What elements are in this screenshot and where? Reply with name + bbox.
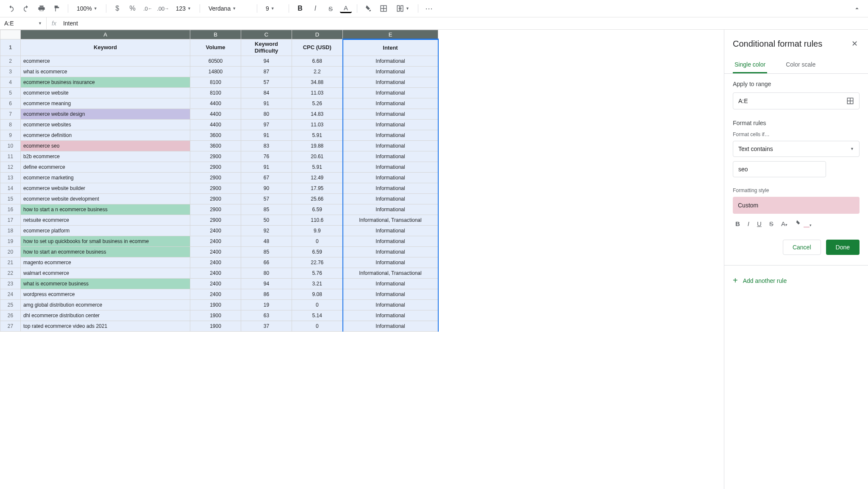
cell-cpc[interactable]: 6.59 [292, 247, 343, 257]
cell-volume[interactable]: 2400 [190, 247, 241, 257]
row-header[interactable]: 6 [0, 98, 21, 109]
cell-intent[interactable]: Informational [343, 162, 438, 173]
cell-keyword[interactable]: how to set up quickbooks for small busin… [21, 236, 190, 247]
cell-keyword[interactable]: magento ecommerce [21, 257, 190, 268]
cell-keyword[interactable]: dhl ecommerce distribution center [21, 310, 190, 321]
cell-cpc[interactable]: 17.95 [292, 183, 343, 194]
decrease-decimal-button[interactable]: .0← [142, 3, 154, 14]
cell-cpc[interactable]: 6.59 [292, 204, 343, 215]
close-panel-button[interactable]: ✕ [850, 37, 860, 50]
row-header[interactable]: 22 [0, 268, 21, 279]
tab-single-color[interactable]: Single color [733, 57, 767, 73]
header-keyword[interactable]: Keyword [21, 39, 190, 56]
row-header[interactable]: 24 [0, 289, 21, 300]
cell-cpc[interactable]: 25.66 [292, 194, 343, 204]
row-header[interactable]: 19 [0, 236, 21, 247]
header-intent[interactable]: Intent [343, 39, 438, 56]
more-formats-select[interactable]: 123 ▼ [172, 3, 195, 14]
cell-volume[interactable]: 3600 [190, 130, 241, 141]
add-another-rule-button[interactable]: + Add another rule [724, 269, 868, 292]
more-button[interactable]: ⋯ [423, 3, 435, 14]
cell-keyword[interactable]: define ecommerce [21, 162, 190, 173]
cell-difficulty[interactable]: 76 [241, 151, 292, 162]
cell-cpc[interactable]: 5.91 [292, 130, 343, 141]
row-header[interactable]: 11 [0, 151, 21, 162]
cell-difficulty[interactable]: 86 [241, 289, 292, 300]
range-input[interactable]: A:E [733, 92, 860, 109]
cell-cpc[interactable]: 0 [292, 300, 343, 310]
cell-volume[interactable]: 2900 [190, 183, 241, 194]
cell-intent[interactable]: Informational [343, 310, 438, 321]
cell-volume[interactable]: 4400 [190, 109, 241, 120]
cell-cpc[interactable]: 12.49 [292, 173, 343, 183]
cell-intent[interactable]: Informational [343, 321, 438, 332]
cell-cpc[interactable]: 20.61 [292, 151, 343, 162]
row-header[interactable]: 21 [0, 257, 21, 268]
cell-volume[interactable]: 8100 [190, 77, 241, 88]
cell-cpc[interactable]: 19.88 [292, 141, 343, 151]
cell-cpc[interactable]: 2.2 [292, 67, 343, 77]
cell-keyword[interactable]: ecommerce website development [21, 194, 190, 204]
header-cpc[interactable]: CPC (USD) [292, 39, 343, 56]
col-header-A[interactable]: A [21, 30, 190, 39]
cell-keyword[interactable]: ecommerce website design [21, 109, 190, 120]
header-difficulty[interactable]: Keyword Difficulty [241, 39, 292, 56]
style-fill-color-button[interactable]: ▾ [795, 220, 812, 228]
cell-difficulty[interactable]: 85 [241, 204, 292, 215]
row-header[interactable]: 16 [0, 204, 21, 215]
cell-volume[interactable]: 60500 [190, 56, 241, 67]
cell-keyword[interactable]: what is ecommerce [21, 67, 190, 77]
cell-difficulty[interactable]: 83 [241, 141, 292, 151]
cell-difficulty[interactable]: 80 [241, 109, 292, 120]
cell-keyword[interactable]: wordpress ecommerce [21, 289, 190, 300]
percent-button[interactable]: % [127, 3, 139, 14]
row-header[interactable]: 17 [0, 215, 21, 226]
cell-difficulty[interactable]: 63 [241, 310, 292, 321]
cell-cpc[interactable]: 5.26 [292, 98, 343, 109]
cell-cpc[interactable]: 9.08 [292, 289, 343, 300]
cell-cpc[interactable]: 9.9 [292, 226, 343, 236]
cell-volume[interactable]: 2900 [190, 204, 241, 215]
cell-volume[interactable]: 1900 [190, 310, 241, 321]
row-header[interactable]: 12 [0, 162, 21, 173]
cell-cpc[interactable]: 11.03 [292, 120, 343, 130]
text-color-button[interactable]: A [340, 4, 352, 13]
cell-difficulty[interactable]: 92 [241, 226, 292, 236]
cell-keyword[interactable]: amg global distribution ecommerce [21, 300, 190, 310]
cell-volume[interactable]: 8100 [190, 88, 241, 98]
cell-cpc[interactable]: 5.76 [292, 268, 343, 279]
cell-cpc[interactable]: 5.91 [292, 162, 343, 173]
row-header[interactable]: 3 [0, 67, 21, 77]
name-box[interactable]: A:E ▼ [0, 17, 47, 29]
strikethrough-button[interactable]: S [325, 3, 337, 14]
cell-intent[interactable]: Informational, Transactional [343, 268, 438, 279]
cell-cpc[interactable]: 3.21 [292, 279, 343, 289]
increase-decimal-button[interactable]: .00→ [157, 3, 169, 14]
cell-keyword[interactable]: top rated ecommerce video ads 2021 [21, 321, 190, 332]
cell-intent[interactable]: Informational [343, 289, 438, 300]
style-underline-button[interactable]: U [757, 220, 762, 227]
row-header[interactable]: 20 [0, 247, 21, 257]
spreadsheet[interactable]: A B C D E 1 Keyword Volume Keyword Diffi… [0, 30, 724, 489]
cell-intent[interactable]: Informational [343, 194, 438, 204]
cell-difficulty[interactable]: 57 [241, 194, 292, 204]
bold-button[interactable]: B [294, 3, 306, 14]
cell-intent[interactable]: Informational, Transactional [343, 215, 438, 226]
row-header[interactable]: 13 [0, 173, 21, 183]
cell-intent[interactable]: Informational [343, 183, 438, 194]
cell-intent[interactable]: Informational [343, 173, 438, 183]
cell-intent[interactable]: Informational [343, 247, 438, 257]
cell-difficulty[interactable]: 84 [241, 88, 292, 98]
cell-keyword[interactable]: ecommerce definition [21, 130, 190, 141]
fill-color-button[interactable] [362, 3, 374, 14]
cell-intent[interactable]: Informational [343, 279, 438, 289]
font-select[interactable]: Verdana ▼ [205, 3, 252, 14]
select-all-corner[interactable] [0, 30, 21, 39]
merge-cells-button[interactable]: ▼ [393, 3, 413, 14]
header-volume[interactable]: Volume [190, 39, 241, 56]
cell-volume[interactable]: 3600 [190, 141, 241, 151]
cell-intent[interactable]: Informational [343, 120, 438, 130]
borders-button[interactable] [378, 3, 389, 14]
cell-intent[interactable]: Informational [343, 226, 438, 236]
cell-intent[interactable]: Informational [343, 141, 438, 151]
